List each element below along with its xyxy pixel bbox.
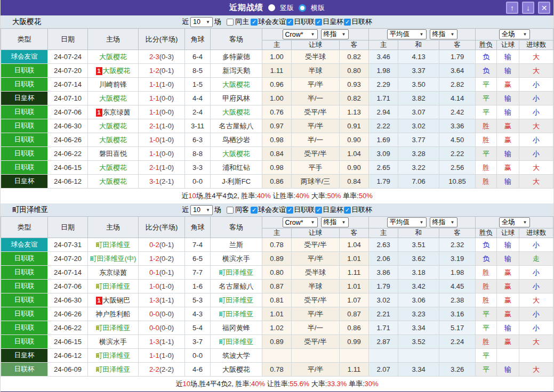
cell-avg-draw: 3.22 <box>398 161 439 175</box>
average-dropdown[interactable]: 平均值▼ <box>387 217 427 227</box>
average-dropdown[interactable]: 平均值▼ <box>387 29 427 39</box>
cell-avg-home: 2.94 <box>369 105 398 119</box>
average-group-header: 平均值▼ 终指▼ <box>369 217 476 228</box>
match-count-dropdown[interactable]: 10▼ <box>190 205 213 215</box>
cell-competition: 日职联 <box>1 64 48 78</box>
competition-filter-checkbox[interactable]: ✓ <box>251 19 258 26</box>
cell-score: 1-2(0-1) <box>139 64 185 78</box>
cell-home-odds: 1.11 <box>262 64 292 78</box>
competition-checkboxes: ✓球会友谊✓日职联✓日皇杯✓日联杯 <box>251 205 372 215</box>
subcol-handicap-result: 让球 <box>497 40 519 50</box>
odds-source-dropdown[interactable]: Crow*▼ <box>283 29 318 39</box>
cell-avg-home: 1.71 <box>369 321 398 335</box>
cell-home-odds: 0.86 <box>262 175 292 189</box>
odds-source-dropdown[interactable]: Crow*▼ <box>283 217 318 227</box>
odds-time-dropdown[interactable]: 终指▼ <box>321 29 349 39</box>
cell-home-odds: 0.87 <box>262 280 292 293</box>
cell-away-team: J-利斯FC <box>211 175 262 189</box>
cell-competition: 日职联 <box>1 280 48 293</box>
competition-filter-checkbox[interactable]: ✓ <box>286 19 293 26</box>
cell-avg-away: 2.24 <box>439 335 476 349</box>
same-venue-checkbox[interactable] <box>227 207 234 214</box>
average-time-dropdown[interactable]: 终指▼ <box>430 29 457 39</box>
cell-result-winloss: 平 <box>476 349 497 363</box>
same-venue-checkbox[interactable] <box>227 19 234 26</box>
cell-away-odds <box>340 349 369 363</box>
cell-avg-home <box>369 349 398 363</box>
cell-result-handicap: 赢 <box>497 307 519 321</box>
cell-away-odds: 0.80 <box>340 64 369 78</box>
summary-stat-value: 30% <box>365 380 379 388</box>
subcol-avg-draw: 和 <box>398 228 439 238</box>
table-row: 日职联24-07-14东京绿茵0-1(0-1)7-7町田泽维亚0.80受半球1.… <box>1 266 553 280</box>
competition-filter-label: 日皇杯 <box>323 17 343 27</box>
cell-home-odds: 1.02 <box>262 321 292 335</box>
cell-result-goals: 大 <box>519 293 553 307</box>
cell-result-handicap: 赢 <box>497 280 519 293</box>
average-time-dropdown[interactable]: 终指▼ <box>430 217 457 227</box>
close-button[interactable]: ✕ <box>538 2 550 14</box>
cell-handicap <box>292 349 340 363</box>
chevron-down-icon: ▼ <box>420 32 424 37</box>
cell-away-team: 名古屋鲸八 <box>211 119 262 133</box>
cell-avg-draw: 3.62 <box>398 252 439 266</box>
chevron-down-icon: ▼ <box>311 220 315 225</box>
summary-text: 场,胜4平4负2, 胜率: <box>196 192 257 200</box>
cell-avg-away: 2.82 <box>439 78 476 92</box>
cell-home-odds: 1.01 <box>262 307 292 321</box>
competition-filter-checkbox[interactable]: ✓ <box>251 207 258 214</box>
summary-stat-value: 33.3% <box>327 380 347 388</box>
competition-filter-checkbox[interactable]: ✓ <box>315 207 322 214</box>
cell-result-goals: 大 <box>519 161 553 175</box>
cell-result-handicap: 输 <box>497 64 519 78</box>
horizontal-layout-label: 横版 <box>311 3 325 13</box>
cell-avg-home: 1.79 <box>369 175 398 189</box>
cell-avg-draw: 3.37 <box>398 64 439 78</box>
cell-home-team: 1大阪钢巴 <box>88 293 139 307</box>
cell-handicap: 平手 <box>292 161 340 175</box>
vertical-layout-radio[interactable] <box>268 4 275 11</box>
summary-text: 近 <box>181 192 188 200</box>
window-title: 近期战绩 <box>229 3 263 13</box>
cell-corners: 5-4 <box>185 321 211 335</box>
summary-text: 近 <box>175 380 182 388</box>
cell-avg-draw: 3.77 <box>398 133 439 147</box>
col-header-type: 类型 <box>1 217 48 238</box>
move-down-button[interactable]: ↓ <box>522 2 534 14</box>
cell-date: 24-06-30 <box>48 119 88 133</box>
move-up-button[interactable]: ↑ <box>506 2 518 14</box>
competition-filter-checkbox[interactable]: ✓ <box>286 207 293 214</box>
cell-home-team: 1东京绿茵 <box>88 105 139 119</box>
cell-avg-home: 3.02 <box>369 293 398 307</box>
cell-result-winloss: 平 <box>476 147 497 161</box>
competition-filter-checkbox[interactable]: ✓ <box>315 19 322 26</box>
cell-corners: 1-5 <box>185 78 211 92</box>
cell-avg-draw: 4.13 <box>398 50 439 64</box>
cell-score: 3-1(2-1) <box>139 175 185 189</box>
cell-home-team: 町田泽维亚 <box>88 280 139 293</box>
cell-avg-draw: 3.34 <box>398 363 439 377</box>
match-count-dropdown[interactable]: 10▼ <box>190 17 213 27</box>
rank-badge: 1 <box>96 109 102 117</box>
cell-away-odds: 1.13 <box>340 105 369 119</box>
table-row: 日职联24-06-30大阪樱花2-1(1-0)3-11名古屋鲸八0.97平/半0… <box>1 119 553 133</box>
period-dropdown[interactable]: 全场▼ <box>499 217 530 227</box>
cell-avg-away: 3.19 <box>439 252 476 266</box>
period-dropdown[interactable]: 全场▼ <box>499 29 530 39</box>
cell-result-handicap: 赢 <box>497 335 519 349</box>
horizontal-layout-radio[interactable] <box>299 4 306 12</box>
cell-competition: 球会友谊 <box>1 238 48 252</box>
cell-away-odds: 0.84 <box>340 175 369 189</box>
competition-filter-checkbox[interactable]: ✓ <box>344 19 351 26</box>
subcol-handicap-result: 让球 <box>497 228 519 238</box>
cell-avg-away: 3.36 <box>439 119 476 133</box>
cell-result-winloss: 负 <box>476 50 497 64</box>
odds-group-header: Crow*▼ 终指▼ <box>262 217 369 228</box>
competition-filter-checkbox[interactable]: ✓ <box>344 207 351 214</box>
cell-corners: 4-6 <box>185 363 211 377</box>
cell-result-goals: 小 <box>519 133 553 147</box>
odds-time-dropdown[interactable]: 终指▼ <box>321 217 349 227</box>
cell-avg-away <box>439 349 476 363</box>
cell-result-winloss: 胜 <box>476 280 497 293</box>
cell-avg-away: 10.85 <box>439 175 476 189</box>
